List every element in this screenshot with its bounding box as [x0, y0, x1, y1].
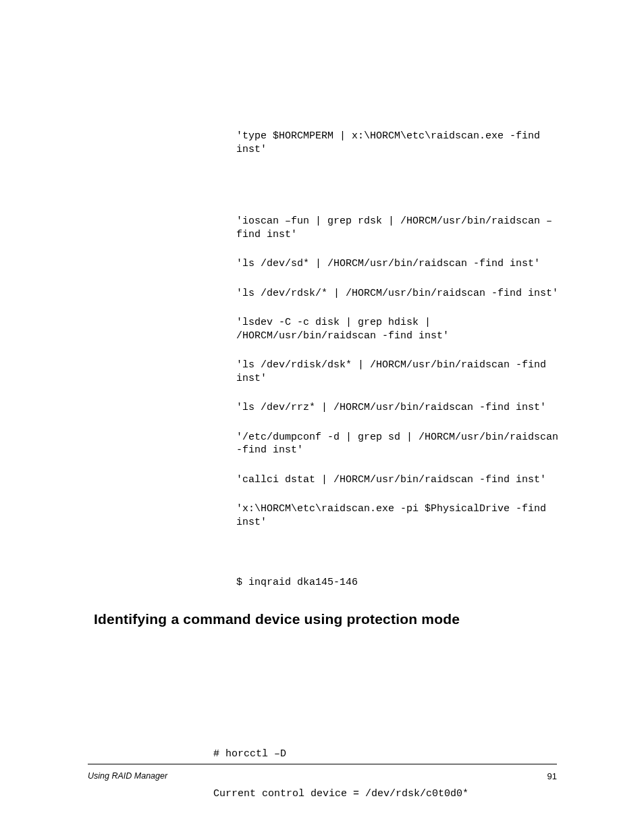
footer-divider [88, 764, 557, 764]
code-example-block: # horcctl –D Current control device = /d… [213, 721, 564, 827]
code-line: 'ls /dev/sd* | /HORCM/usr/bin/raidscan -… [236, 257, 567, 271]
code-line: '/etc/dumpconf -d | grep sd | /HORCM/usr… [236, 431, 567, 457]
footer-page-number: 91 [547, 771, 557, 781]
document-page: 'type $HORCMPERM | x:\HORCM\etc\raidscan… [0, 0, 644, 834]
code-listing-block: 'type $HORCMPERM | x:\HORCM\etc\raidscan… [236, 130, 567, 545]
code-line: 'type $HORCMPERM | x:\HORCM\etc\raidscan… [236, 130, 567, 156]
code-line: 'lsdev -C -c disk | grep hdisk | /HORCM/… [236, 316, 567, 342]
code-line: 'ioscan –fun | grep rdsk | /HORCM/usr/bi… [236, 215, 567, 241]
code-line: 'ls /dev/rdisk/dsk* | /HORCM/usr/bin/rai… [236, 359, 567, 385]
code-example-line: # horcctl –D [213, 748, 564, 761]
section-heading: Identifying a command device using prote… [94, 611, 460, 627]
code-line: 'x:\HORCM\etc\raidscan.exe -pi $Physical… [236, 502, 567, 529]
footer-chapter-title: Using RAID Manager [88, 771, 167, 781]
code-line: 'ls /dev/rdsk/* | /HORCM/usr/bin/raidsca… [236, 287, 567, 301]
code-inqraid: $ inqraid dka145-146 [236, 576, 567, 590]
code-line: 'ls /dev/rrz* | /HORCM/usr/bin/raidscan … [236, 401, 567, 415]
code-line: 'callci dstat | /HORCM/usr/bin/raidscan … [236, 473, 567, 487]
code-example-line: Current control device = /dev/rdsk/c0t0d… [213, 787, 564, 801]
